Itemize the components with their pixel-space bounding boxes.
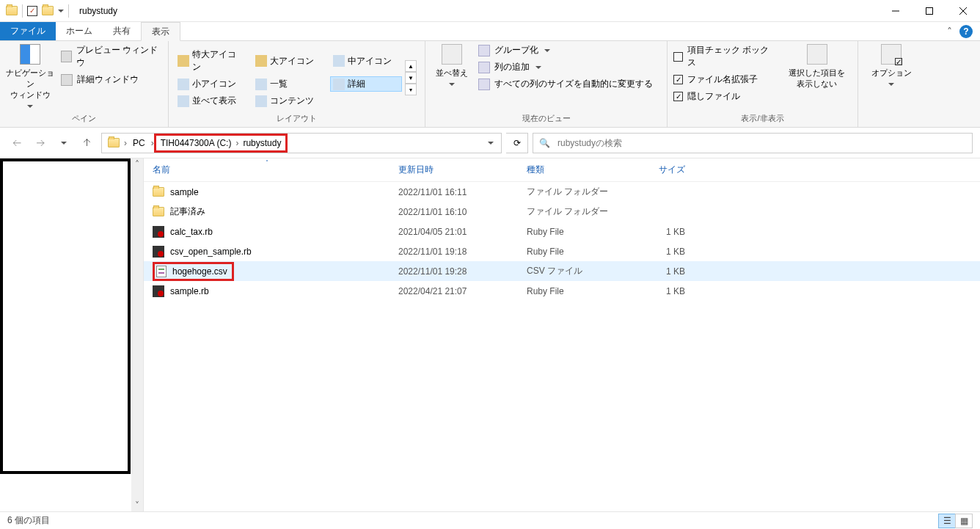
ribbon-tabs: ファイル ホーム 共有 表示 ˄ ? xyxy=(0,22,980,41)
scroll-down-icon[interactable]: ˅ xyxy=(131,500,143,511)
file-row[interactable]: hogehoge.csv2022/11/01 19:28CSV ファイル1 KB xyxy=(144,261,980,281)
layout-content[interactable]: コンテンツ xyxy=(252,93,324,109)
autosize-columns-button[interactable]: すべての列のサイズを自動的に変更する xyxy=(478,78,653,90)
file-row[interactable]: sample.rb2022/04/21 21:07Ruby File1 KB xyxy=(144,281,980,301)
file-extensions-toggle[interactable]: ファイル名拡張子 xyxy=(673,73,776,86)
file-row[interactable]: sample2022/11/01 16:11ファイル フォルダー xyxy=(144,182,980,202)
search-box[interactable]: 🔍 xyxy=(533,133,973,153)
ruby-file-icon xyxy=(153,246,164,258)
layout-list[interactable]: 一覧 xyxy=(252,76,324,92)
breadcrumb-pc[interactable]: PC xyxy=(128,134,150,153)
file-size: 1 KB xyxy=(628,247,694,257)
group-layout-label: レイアウト xyxy=(175,112,419,127)
col-date[interactable]: 更新日時 xyxy=(390,164,518,176)
file-type: ファイル フォルダー xyxy=(518,205,628,218)
item-checkboxes-toggle[interactable]: 項目チェック ボックス xyxy=(673,44,776,69)
address-bar[interactable]: › PC › TIH0447300A (C:) › rubystudy xyxy=(101,133,502,153)
file-type: Ruby File xyxy=(518,286,628,296)
status-bar: 6 個の項目 ☰ ▦ xyxy=(0,511,980,529)
layout-small[interactable]: 小アイコン xyxy=(175,76,246,92)
tab-view[interactable]: 表示 xyxy=(141,22,180,41)
group-by-button[interactable]: グループ化 xyxy=(478,44,653,56)
qat-properties-icon[interactable]: ✓ xyxy=(27,6,37,16)
address-folder-icon xyxy=(108,138,120,147)
file-row[interactable]: csv_open_sample.rb2022/11/01 19:18Ruby F… xyxy=(144,241,980,261)
tab-home[interactable]: ホーム xyxy=(56,22,103,40)
hide-selected-button[interactable]: 選択した項目を 表示しない xyxy=(782,44,852,90)
hidden-files-toggle[interactable]: 隠しファイル xyxy=(673,90,776,103)
add-columns-button[interactable]: 列の追加 xyxy=(478,61,653,73)
col-size[interactable]: サイズ xyxy=(628,164,694,176)
navigation-pane-label: ナビゲーション ウィンドウ xyxy=(6,68,55,101)
minimize-button[interactable] xyxy=(879,0,913,22)
file-date: 2022/11/01 19:18 xyxy=(390,247,518,257)
recent-locations-button[interactable] xyxy=(54,134,73,153)
file-type: CSV ファイル xyxy=(518,265,628,277)
file-name: sample xyxy=(170,187,199,197)
qat-open-icon[interactable] xyxy=(42,6,54,15)
file-type: ファイル フォルダー xyxy=(518,186,628,198)
file-size: 1 KB xyxy=(628,227,694,237)
navigation-bar: 🡠 🡢 🡡 › PC › TIH0447300A (C:) › rubystud… xyxy=(0,128,980,158)
layout-more[interactable]: ▾ xyxy=(405,84,417,95)
layout-tiles[interactable]: 並べて表示 xyxy=(175,93,246,109)
file-date: 2022/11/01 19:28 xyxy=(390,266,518,277)
group-pane-label: ペイン xyxy=(6,112,162,127)
layout-medium[interactable]: 中アイコン xyxy=(330,47,402,75)
folder-icon xyxy=(153,207,164,216)
details-view-button[interactable]: ☰ xyxy=(938,514,956,528)
group-showhide-label: 表示/非表示 xyxy=(673,112,852,127)
status-count: 6 個の項目 xyxy=(7,514,50,527)
breadcrumb-drive[interactable]: TIH0447300A (C:) xyxy=(156,136,236,150)
forward-button[interactable]: 🡢 xyxy=(31,134,50,153)
up-button[interactable]: 🡡 xyxy=(78,134,97,153)
file-name: sample.rb xyxy=(170,286,209,296)
qat-customize-icon[interactable] xyxy=(58,10,64,12)
sidebar-redaction xyxy=(0,158,131,474)
view-toggle: ☰ ▦ xyxy=(939,514,973,528)
navigation-sidebar[interactable]: ˄ ˅ xyxy=(0,158,144,511)
search-input[interactable] xyxy=(556,137,966,149)
file-row[interactable]: 記事済み2022/11/01 16:10ファイル フォルダー xyxy=(144,202,980,222)
collapse-ribbon-icon[interactable]: ˄ xyxy=(947,26,952,37)
group-currentview-label: 現在のビュー xyxy=(431,112,661,127)
file-name: 記事済み xyxy=(170,205,205,218)
back-button[interactable]: 🡠 xyxy=(7,134,26,153)
content-area: ˄ ˅ ˄名前 更新日時 種類 サイズ sample2022/11/01 16:… xyxy=(0,158,980,511)
file-row[interactable]: calc_tax.rb2021/04/05 21:01Ruby File1 KB xyxy=(144,222,980,241)
help-icon[interactable]: ? xyxy=(959,25,973,38)
layout-details[interactable]: 詳細 xyxy=(330,76,402,92)
tab-share[interactable]: 共有 xyxy=(103,22,141,40)
sort-button[interactable]: 並べ替え xyxy=(431,44,472,86)
preview-pane-button[interactable]: プレビュー ウィンドウ xyxy=(61,44,162,69)
tab-file[interactable]: ファイル xyxy=(0,22,56,40)
scroll-up-icon[interactable]: ˄ xyxy=(131,158,143,170)
file-list: ˄名前 更新日時 種類 サイズ sample2022/11/01 16:11ファ… xyxy=(144,158,980,511)
thumbnails-view-button[interactable]: ▦ xyxy=(955,514,973,528)
ruby-file-icon xyxy=(153,226,164,238)
file-date: 2022/11/01 16:10 xyxy=(390,207,518,217)
sidebar-scrollbar[interactable]: ˄ ˅ xyxy=(131,158,143,511)
refresh-button[interactable]: ⟳ xyxy=(506,133,528,153)
close-button[interactable] xyxy=(946,0,980,22)
quick-access-toolbar: ✓ xyxy=(0,4,75,18)
svg-rect-1 xyxy=(926,7,933,14)
breadcrumb-highlight: TIH0447300A (C:) › rubystudy xyxy=(154,134,288,153)
layout-scroll-up[interactable]: ▲ xyxy=(405,60,417,72)
maximize-button[interactable] xyxy=(913,0,946,22)
layout-large[interactable]: 大アイコン xyxy=(252,47,324,75)
layout-extra-large[interactable]: 特大アイコン xyxy=(175,47,246,75)
options-button[interactable]: オプション xyxy=(866,44,917,86)
address-dropdown-button[interactable] xyxy=(483,134,498,153)
col-type[interactable]: 種類 xyxy=(518,164,628,176)
col-name[interactable]: ˄名前 xyxy=(144,164,390,176)
file-highlight: hogehoge.csv xyxy=(153,262,234,281)
file-date: 2021/04/05 21:01 xyxy=(390,227,518,237)
file-date: 2022/04/21 21:07 xyxy=(390,286,518,296)
layout-scroll-down[interactable]: ▼ xyxy=(405,72,417,84)
breadcrumb-folder[interactable]: rubystudy xyxy=(238,136,285,150)
file-size: 1 KB xyxy=(628,266,694,277)
file-date: 2022/11/01 16:11 xyxy=(390,187,518,197)
details-pane-button[interactable]: 詳細ウィンドウ xyxy=(61,73,162,86)
navigation-pane-button[interactable]: ナビゲーション ウィンドウ xyxy=(6,44,55,108)
